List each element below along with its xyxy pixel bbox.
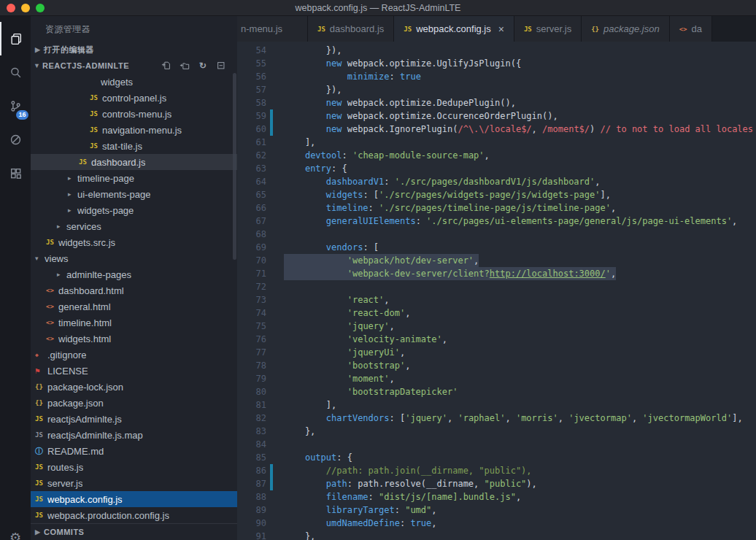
tree-item-label: timeline.html — [58, 317, 112, 328]
code-line: 72 — [237, 280, 756, 293]
tree-item-timeline-page[interactable]: ▸timeline-page — [31, 170, 237, 186]
close-window-button[interactable] — [7, 4, 15, 12]
tree-item-reactjsAdminlte.js[interactable]: JSreactjsAdminlte.js — [31, 411, 237, 427]
gutter-spacer — [270, 385, 273, 398]
tree-item-stat-tile.js[interactable]: JSstat-tile.js — [31, 138, 237, 154]
tree-item-label: webpack.config.js — [47, 494, 123, 505]
tree-item-dashboard.html[interactable]: <>dashboard.html — [31, 282, 237, 298]
tree-item-webpack.config.js[interactable]: JSwebpack.config.js — [31, 491, 237, 507]
editor-group: n-menu.jsJSdashboard.jsJSwebpack.config.… — [237, 16, 756, 540]
code-line: 75 'jquery', — [237, 320, 756, 333]
line-number: 69 — [237, 241, 266, 254]
code-line: 64 dashboardV1: './src/pages/dashboardV1… — [237, 175, 756, 188]
code-line-content: new webpack.optimize.DedupePlugin(), — [284, 96, 516, 109]
extensions-icon[interactable] — [0, 156, 31, 190]
zoom-window-button[interactable] — [36, 4, 45, 12]
line-number: 63 — [237, 162, 266, 175]
new-file-icon[interactable] — [161, 60, 172, 72]
tab-package.json[interactable]: {}package.json — [582, 16, 669, 42]
code-line: 60 new webpack.IgnorePlugin(/^\.\/locale… — [237, 123, 756, 136]
commits-section[interactable]: ▶ COMMITS — [31, 523, 237, 540]
collapse-all-icon[interactable] — [215, 60, 227, 72]
git-file-icon: ◆ — [35, 352, 47, 358]
tree-item-label: timeline-page — [77, 173, 134, 184]
code-line-content: umdNamedDefine: true, — [284, 517, 437, 530]
tab-label: n-menu.js — [241, 23, 282, 34]
tree-item-label: stat-tile.js — [102, 141, 142, 152]
explorer-icon[interactable] — [0, 22, 31, 55]
info-file-icon: ⓘ — [35, 446, 47, 457]
code-line: 86 //path: path.join(__dirname, "public"… — [237, 464, 756, 477]
tree-item-adminlte-pages[interactable]: ▸adminlte-pages — [31, 266, 237, 282]
tree-item-server.js[interactable]: JSserver.js — [31, 475, 237, 491]
tab-n-menu.js[interactable]: n-menu.js — [237, 16, 308, 42]
window-title: webpack.config.js — ReactJS-AdminLTE — [0, 3, 756, 13]
tree-item-.gitignore[interactable]: ◆.gitignore — [31, 347, 237, 363]
tree-item-ui-elements-page[interactable]: ▸ui-elements-page — [31, 186, 237, 202]
code-area[interactable]: 54 }),55 new webpack.optimize.UglifyJsPl… — [237, 42, 756, 540]
tab-label: dashboard.js — [330, 23, 384, 34]
code-line-content: 'jquery', — [284, 320, 395, 333]
tree-item-control-panel.js[interactable]: JScontrol-panel.js — [31, 90, 237, 106]
refresh-icon[interactable]: ↻ — [197, 60, 209, 72]
project-label: REACTJS-ADMINLTE — [42, 61, 129, 70]
tree-item-widgets.html[interactable]: <>widgets.html — [31, 331, 237, 347]
debug-icon[interactable] — [0, 123, 31, 156]
source-control-icon[interactable]: 16 — [0, 89, 31, 123]
code-line: 82 chartVendors: ['jquery', 'raphael', '… — [237, 412, 756, 425]
js-file-icon: JS — [524, 26, 532, 33]
tab-dashboard.js[interactable]: JSdashboard.js — [308, 16, 394, 42]
tree-item-README.md[interactable]: ⓘREADME.md — [31, 443, 237, 459]
tree-item-routes.js[interactable]: JSroutes.js — [31, 459, 237, 475]
commits-label: COMMITS — [44, 528, 84, 536]
modified-gutter-indicator — [270, 477, 273, 490]
code-line: 80 'bootstrapDatepicker' — [237, 385, 756, 398]
tree-item-webpack.production.config.js[interactable]: JSwebpack.production.config.js — [31, 507, 237, 523]
js-file-icon: JS — [35, 479, 47, 487]
search-icon[interactable] — [0, 55, 31, 89]
tree-item-dashboard.js[interactable]: JSdashboard.js — [31, 154, 237, 170]
project-section-header[interactable]: ▼ REACTJS-ADMINLTE ↻ — [31, 58, 237, 74]
code-line-content: dashboardV1: './src/pages/dashboardV1/js… — [284, 175, 601, 188]
code-line-content: filename: "dist/js/[name].bundle.js", — [284, 490, 521, 504]
tree-item-package-lock.json[interactable]: {}package-lock.json — [31, 379, 237, 395]
tree-item-widgets-page[interactable]: ▸widgets-page — [31, 202, 237, 218]
code-line-content: chartVendors: ['jquery', 'raphael', 'mor… — [284, 412, 743, 425]
minimize-window-button[interactable] — [21, 4, 30, 12]
line-number: 89 — [237, 504, 266, 517]
tree-item-LICENSE[interactable]: ⚑LICENSE — [31, 363, 237, 379]
code-line: 59 new webpack.optimize.OccurenceOrderPl… — [237, 109, 756, 123]
code-line: 89 libraryTarget: "umd", — [237, 504, 756, 517]
tree-item-widgets[interactable]: widgets — [31, 74, 237, 90]
tab-webpack.config.js[interactable]: JSwebpack.config.js× — [394, 16, 514, 42]
js-file-icon: JS — [317, 26, 325, 33]
close-icon[interactable]: × — [498, 24, 504, 34]
code-line-content: 'moment', — [284, 372, 395, 385]
tree-item-timeline.html[interactable]: <>timeline.html — [31, 315, 237, 331]
tree-item-general.html[interactable]: <>general.html — [31, 298, 237, 315]
tree-item-controls-menu.js[interactable]: JScontrols-menu.js — [31, 106, 237, 122]
gutter-spacer — [270, 333, 273, 346]
open-editors-section[interactable]: ▶ 打开的编辑器 — [31, 42, 237, 58]
activity-bar: 16 ⚙ — [0, 16, 31, 540]
gutter-spacer — [270, 162, 273, 175]
tree-item-navigation-menu.js[interactable]: JSnavigation-menu.js — [31, 122, 237, 138]
sidebar-scrollbar[interactable] — [233, 73, 236, 260]
settings-gear-icon[interactable]: ⚙ — [0, 530, 31, 540]
tree-item-services[interactable]: ▸services — [31, 218, 237, 234]
code-line-content: devtool: 'cheap-module-source-map', — [284, 149, 490, 162]
tree-item-views[interactable]: ▾views — [31, 250, 237, 266]
code-line-content: vendors: [ — [284, 241, 379, 254]
new-folder-icon[interactable] — [179, 60, 190, 72]
code-line-content: new webpack.optimize.OccurenceOrderPlugi… — [284, 109, 558, 123]
line-number: 87 — [237, 477, 266, 490]
gutter-spacer — [270, 346, 273, 359]
tree-item-widgets.src.js[interactable]: JSwidgets.src.js — [31, 234, 237, 250]
line-number: 85 — [237, 451, 266, 464]
tree-item-reactjsAdminlte.js.map[interactable]: JSreactjsAdminlte.js.map — [31, 427, 237, 443]
chevron-right-icon: ▶ — [35, 46, 44, 53]
html-file-icon: <> — [46, 287, 58, 294]
tab-da[interactable]: <>da — [670, 16, 712, 42]
tree-item-package.json[interactable]: {}package.json — [31, 395, 237, 411]
tab-server.js[interactable]: JSserver.js — [514, 16, 582, 42]
